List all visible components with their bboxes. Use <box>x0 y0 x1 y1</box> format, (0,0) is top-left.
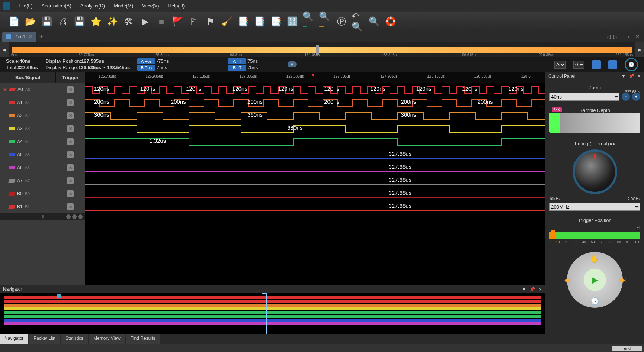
favorite-icon[interactable]: ⭐ <box>90 15 102 28</box>
trigger-checkbox[interactable] <box>67 177 74 184</box>
measurement-label: 120ns <box>186 85 201 92</box>
binary-icon[interactable]: 🔢 <box>286 15 299 28</box>
print-icon[interactable]: 🖨 <box>57 15 70 28</box>
run-icon[interactable]: ▶ <box>139 15 151 28</box>
tools-icon[interactable]: 🛠 <box>122 15 135 28</box>
lifebuoy-icon[interactable]: 🛟 <box>384 15 397 28</box>
timing-expand-icon[interactable]: ▸▸ <box>610 141 615 146</box>
trigger-checkbox[interactable] <box>67 86 74 93</box>
zoom-in-icon[interactable]: 🔍+ <box>302 15 315 28</box>
fastforward-icon[interactable]: ⏭ <box>619 276 627 284</box>
pages-icon[interactable]: 📑 <box>253 15 266 28</box>
dropdown-icon[interactable]: ▼ <box>522 287 526 292</box>
menu-file[interactable]: File(F) <box>14 0 37 12</box>
overview-track[interactable] <box>12 47 632 53</box>
signal-row[interactable]: A1 A1 <box>0 96 85 109</box>
trigger-checkbox[interactable] <box>67 190 74 197</box>
hand-icon[interactable]: ✋ <box>590 254 599 263</box>
signal-row[interactable]: A7 A7 <box>0 174 85 187</box>
close-nav-icon[interactable]: ✕ <box>539 287 542 292</box>
cp-dropdown-icon[interactable]: ▼ <box>621 74 626 79</box>
menu-help[interactable]: Help(H) <box>164 0 189 12</box>
frequency-select[interactable]: 200MHz <box>549 203 640 211</box>
waveform-canvas[interactable]: ▼ 126.735us126.935us127.135us127.335us12… <box>85 72 545 285</box>
clock-icon[interactable]: 🕐 <box>625 58 638 71</box>
prev-tab-icon[interactable]: ◁ <box>607 34 611 39</box>
signal-scrollbar[interactable]: ⦀ <box>0 213 85 220</box>
marker-a-icon[interactable] <box>592 60 601 69</box>
sample-depth-bar[interactable]: 64K <box>549 113 640 133</box>
delete-signal-icon[interactable]: ✕ <box>3 87 7 93</box>
status-bar: End <box>0 344 644 352</box>
signal-row[interactable]: A3 A3 <box>0 122 85 135</box>
page-copy-icon[interactable]: 📑 <box>237 15 250 28</box>
close-tab-icon[interactable]: ✕ <box>28 34 32 39</box>
play-center-icon[interactable]: ▶ <box>584 269 606 291</box>
cp-close-icon[interactable]: ✕ <box>637 74 641 79</box>
minimize-icon[interactable]: — <box>620 34 625 39</box>
signal-row[interactable]: A5 A5 <box>0 148 85 161</box>
next-tab-icon[interactable]: ▷ <box>613 34 617 39</box>
menu-analysis[interactable]: Analysis(D) <box>76 0 109 12</box>
zoom-page-icon[interactable]: Ⓟ <box>335 15 348 28</box>
wizard-icon[interactable]: ✨ <box>106 15 119 28</box>
navigator-handle[interactable] <box>57 294 61 298</box>
cursor-select-a[interactable]: A <box>554 61 566 69</box>
trigger-checkbox[interactable] <box>67 125 74 132</box>
signal-row[interactable]: A6 A6 <box>0 161 85 174</box>
open-folder-icon[interactable]: 📂 <box>24 15 37 28</box>
overview-tick: 65.54us <box>155 53 169 57</box>
signal-row[interactable]: ✕A0 A0 <box>0 83 85 96</box>
marker-b-icon[interactable] <box>608 60 617 69</box>
maximize-icon[interactable]: ▭ <box>628 34 632 39</box>
flag-down-icon[interactable]: ⚑ <box>204 15 217 28</box>
menu-view[interactable]: View(V) <box>138 0 163 12</box>
new-file-icon[interactable]: 📄 <box>8 15 20 28</box>
trigger-checkbox[interactable] <box>67 112 74 119</box>
save-settings-icon[interactable]: 💾 <box>73 15 86 28</box>
cursor-select-num[interactable]: 0 <box>573 61 584 69</box>
trigger-marker-icon: ▼ <box>310 72 315 78</box>
signal-row[interactable]: A2 A2 <box>0 109 85 122</box>
close-panel-icon[interactable]: ✕ <box>635 34 640 39</box>
scroll-right-button[interactable]: ▶ <box>635 42 644 57</box>
navigator-tab[interactable]: Statistics <box>61 334 88 344</box>
signal-row[interactable]: B0 B0 <box>0 187 85 200</box>
scroll-left-button[interactable]: ◀ <box>0 42 9 57</box>
trigger-checkbox[interactable] <box>67 164 74 171</box>
frequency-knob[interactable] <box>573 149 617 194</box>
navigator-body[interactable] <box>0 293 545 334</box>
navigator-tab[interactable]: Find Results <box>126 334 160 344</box>
p-button[interactable]: P <box>288 61 296 67</box>
trigger-position-slider[interactable] <box>549 232 640 239</box>
signal-row[interactable]: B1 B1 <box>0 200 85 213</box>
documents-icon[interactable]: 📑 <box>270 15 282 28</box>
trigger-checkbox[interactable] <box>67 138 74 145</box>
menu-acquisition[interactable]: Acquisition(A) <box>37 0 76 12</box>
waveform-row: 327.68us <box>85 148 545 161</box>
search-icon[interactable]: 🔍 <box>368 15 381 28</box>
navigator-tab[interactable]: Packet List <box>29 334 60 344</box>
flag-left-icon[interactable]: 🏳 <box>188 15 201 28</box>
stop-icon[interactable]: ■ <box>155 15 168 28</box>
zoom-out-icon[interactable]: 🔍− <box>319 15 331 28</box>
trigger-checkbox[interactable] <box>67 99 74 106</box>
menu-mode[interactable]: Mode(M) <box>109 0 138 12</box>
pin-icon[interactable]: 📌 <box>530 287 535 292</box>
eraser-icon[interactable]: 🧹 <box>221 15 233 28</box>
trigger-checkbox[interactable] <box>67 203 74 210</box>
signal-row[interactable]: A4 A4 <box>0 135 85 148</box>
navigator-cursor[interactable] <box>262 293 267 334</box>
flag-add-icon[interactable]: 🚩 <box>172 15 184 28</box>
document-tab[interactable]: Doc1 ✕ <box>2 32 36 42</box>
zoom-undo-icon[interactable]: ↶🔍 <box>352 15 364 28</box>
trigger-checkbox[interactable] <box>67 151 74 158</box>
rewind-icon[interactable]: ⏮ <box>563 276 571 284</box>
nav-wheel[interactable]: ✋ 🕓 ⏮ ⏭ ▶ <box>567 252 623 308</box>
navigator-tab[interactable]: Memory View <box>89 334 125 344</box>
save-icon[interactable]: 💾 <box>41 15 53 28</box>
clock-small-icon[interactable]: 🕓 <box>590 297 599 306</box>
add-tab-button[interactable]: + <box>39 32 44 41</box>
navigator-tab[interactable]: Navigator <box>0 334 28 344</box>
cp-pin-icon[interactable]: 📌 <box>629 74 634 79</box>
